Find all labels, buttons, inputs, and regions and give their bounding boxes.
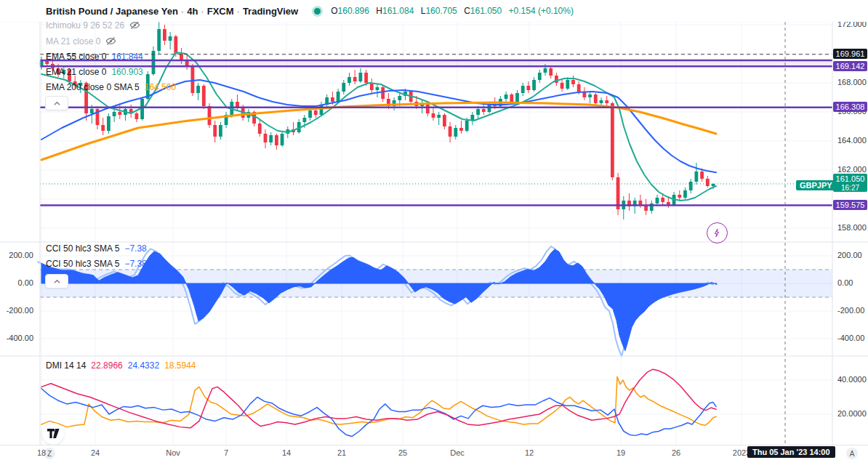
cci-tick: 0.00 [837,278,853,287]
price-tick: 164.000 [837,136,867,145]
indicator-row-dmi[interactable]: DMI 14 14 22.8966 24.4332 18.5944 [46,360,196,371]
tradingview-logo[interactable] [42,423,64,445]
cci-tick-left: 0.00 [0,278,33,287]
eye-off-icon[interactable] [105,36,116,47]
time-label: Dec [450,448,465,457]
lightning-icon [712,228,722,238]
dmi-adx-value: 22.8966 [91,360,122,371]
tradingview-chart-window: British Pound / Japanese Yen·4h·FXCM·Tra… [0,0,868,460]
dmi-minus-di-value: 18.5944 [164,360,196,371]
chart-header: British Pound / Japanese Yen·4h·FXCM·Tra… [0,0,868,22]
collapse-indicators-button[interactable] [45,96,68,110]
price-badge: 166.308 [833,102,867,112]
chevron-up-icon [54,278,60,285]
dmi-plus-di-value: 24.4332 [128,360,159,371]
data-source-dot-icon [314,8,321,15]
cci-sma-value: −7.38 [124,259,146,269]
time-label: 19 [616,448,625,457]
platform-label: TradingView [243,6,298,17]
time-label: Nov [166,448,180,457]
indicator-row-ema55[interactable]: EMA 55 close 0 161.844 [46,52,143,62]
indicator-row-ema21[interactable]: EMA 21 close 0 160.903 [46,67,143,77]
price-badge: 169.142 [833,61,867,71]
time-label: 14 [282,448,291,457]
time-label: 26 [672,448,680,457]
price-tick: 162.000 [837,165,867,174]
cci-tick: -200.00 [837,306,864,315]
indicator-row-ema200[interactable]: EMA 200 close 0 SMA 5 164.500 [46,82,176,92]
time-label: 18 [37,448,46,457]
time-label: 12 [525,448,534,457]
time-axis[interactable]: Z Thu 05 Jan '23 14:00 A 1824Nov7142125D… [0,445,868,460]
dmi-tick: 40.0000 [837,375,867,384]
price-badge: 161.05016:27 [833,174,867,192]
price-tick: 158.000 [837,223,867,232]
cci-tick-left: -200.00 [0,306,33,315]
indicator-row-cci-2[interactable]: CCI 50 hlc3 SMA 5 −7.38 [46,259,147,269]
exchange-label: FXCM [207,6,234,17]
indicator-row-cci-1[interactable]: CCI 50 hlc3 SMA 5 −7.38 [46,243,147,254]
symbol-title[interactable]: British Pound / Japanese Yen·4h·FXCM·Tra… [46,6,298,17]
cci-value: −7.38 [124,243,146,254]
time-label: 7 [224,448,228,457]
time-label: 24 [91,448,100,457]
chevron-up-icon [54,100,60,107]
price-tick: 168.000 [837,78,867,86]
cci-tick: -400.00 [837,334,864,342]
ema21-value: 160.903 [111,67,142,77]
lightning-quick-trade-button[interactable] [707,222,728,243]
dmi-tick: 20.0000 [837,409,867,418]
auto-scale-button[interactable]: A [846,448,858,459]
change-value: +0.154 (+0.10%) [509,6,574,16]
price-badge: 169.961 [833,49,867,59]
time-label: 25 [398,448,407,457]
collapse-cci-button[interactable] [45,274,68,288]
cci-tick: 200.00 [837,251,862,259]
ema55-value: 161.844 [111,52,142,62]
ohlc-values: O160.896 H161.084 L160.705 C161.050 +0.1… [331,6,578,16]
cci-tick-left: -400.00 [0,334,33,342]
price-badge: 159.575 [833,200,867,210]
crosshair-time-badge: Thu 05 Jan '23 14:00 [747,446,835,458]
ema200-value: 164.500 [145,82,176,92]
symbol-price-tag: GBPJPY [796,180,836,190]
cci-tick-left: 200.00 [0,251,33,259]
indicator-row-ma21[interactable]: MA 21 close 0 [46,36,116,47]
interval-label: 4h [187,6,198,17]
time-label: 21 [337,448,346,457]
